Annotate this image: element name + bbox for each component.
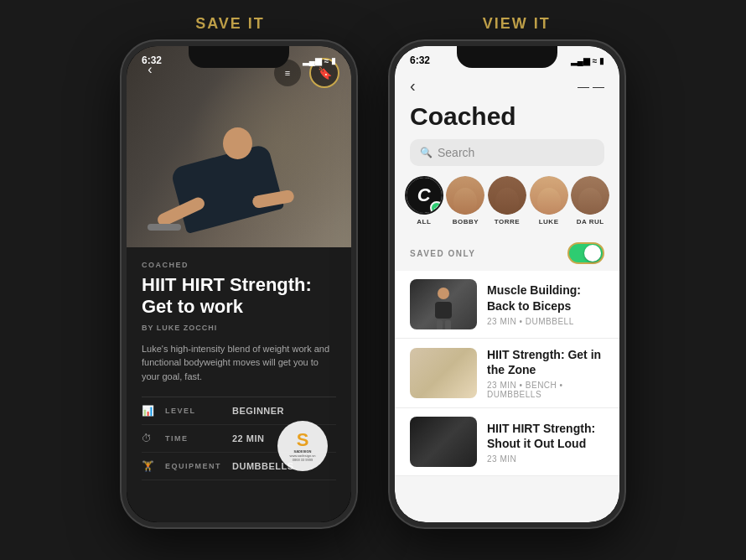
workout-list-meta-3: 23 MIN: [487, 454, 604, 464]
sadesign-watermark: S SADESIGN www.sadesign.vn 0868 33 9999: [277, 421, 328, 471]
time-value: 22 MIN: [232, 433, 264, 443]
time-label: TIME: [165, 434, 232, 443]
trainer-avatar-all: C ✓: [405, 176, 443, 215]
view-it-label: VIEW IT: [483, 15, 551, 33]
right-phone: 6:32 ▂▄▆ ≈ ▮ ‹ —— Coached 🔍 Search: [390, 41, 624, 527]
workout-list-title-2: HIIT Strength: Get in the Zone: [487, 347, 604, 377]
trainer-luke[interactable]: LUKE: [528, 176, 570, 226]
equipment-label: EQUIPMENT: [165, 462, 232, 470]
trainer-torre[interactable]: TORRE: [486, 176, 528, 226]
saved-only-toggle[interactable]: [567, 242, 604, 264]
coached-title: Coached: [395, 99, 619, 139]
workout-list-info-1: Muscle Building: Back to Biceps 23 MIN •…: [487, 283, 604, 325]
trainer-avatar-bobby: [446, 176, 484, 215]
search-bar[interactable]: 🔍 Search: [410, 139, 604, 166]
level-icon: 📊: [142, 405, 165, 417]
workout-category: COACHED: [142, 261, 336, 269]
back-button-right[interactable]: ‹: [410, 76, 416, 96]
workout-title: HIIT HIRT Strength: Get to work: [142, 274, 336, 319]
level-label: LEVEL: [165, 407, 232, 415]
workout-list-item[interactable]: HIIT HIRT Strength: Shout it Out Loud 23…: [395, 408, 619, 476]
trainer-avatar-luke: [530, 176, 568, 215]
left-phone: 6:32 ▂▄▆ ≈ ▮ ‹ ≡: [122, 41, 356, 527]
workout-description: Luke's high-intensity blend of weight wo…: [142, 342, 336, 384]
trainers-row: C ✓ ALL BOBBY: [395, 176, 619, 236]
trainer-name-torre: TORRE: [495, 218, 520, 226]
trainer-avatar-torre: [488, 176, 526, 215]
time-right: 6:32: [410, 54, 430, 66]
status-bar-right: 6:32 ▂▄▆ ≈ ▮: [395, 46, 619, 70]
trainer-bobby[interactable]: BOBBY: [445, 176, 487, 226]
search-placeholder-text: Search: [438, 146, 474, 159]
status-icons-left: ▂▄▆ ≈ ▮: [303, 56, 336, 65]
workout-list-title-3: HIIT HIRT Strength: Shout it Out Loud: [487, 421, 604, 451]
workout-list-item[interactable]: HIIT Strength: Get in the Zone 23 MIN • …: [395, 339, 619, 408]
filter-button-right[interactable]: ——: [578, 80, 604, 93]
workout-list: Muscle Building: Back to Biceps 23 MIN •…: [395, 271, 619, 476]
saved-only-row: SAVED ONLY: [395, 236, 619, 271]
status-icons-right: ▂▄▆ ≈ ▮: [571, 56, 604, 65]
trainer-name-bobby: BOBBY: [453, 218, 479, 226]
save-it-label: SAVE IT: [195, 15, 265, 33]
workout-list-item[interactable]: Muscle Building: Back to Biceps 23 MIN •…: [395, 271, 619, 339]
saved-only-label: SAVED ONLY: [410, 249, 475, 258]
workout-thumbnail-3: [410, 417, 477, 467]
time-left: 6:32: [142, 54, 162, 66]
trainer-avatar-darul: [571, 176, 609, 215]
toggle-knob: [584, 245, 601, 262]
trainer-name-luke: LUKE: [539, 218, 559, 226]
status-bar-left: 6:32 ▂▄▆ ≈ ▮: [127, 46, 351, 70]
workout-list-meta-1: 23 MIN • DUMBBELL: [487, 317, 604, 326]
workout-list-info-2: HIIT Strength: Get in the Zone 23 MIN • …: [487, 347, 604, 399]
level-value: BEGINNER: [232, 406, 284, 416]
equipment-icon: 🏋: [142, 460, 165, 472]
trainer-name-all: ALL: [417, 218, 431, 226]
trainer-darul[interactable]: DA RUL: [569, 176, 611, 226]
workout-thumbnail-1: [410, 279, 477, 329]
workout-hero: ‹ ≡ 🔖: [127, 46, 351, 247]
workout-info: COACHED HIIT HIRT Strength: Get to work …: [127, 247, 351, 494]
workout-author: BY LUKE ZOCCHI: [142, 324, 336, 332]
search-icon: 🔍: [420, 147, 433, 158]
workout-thumbnail-2: [410, 348, 477, 398]
workout-list-info-3: HIIT HIRT Strength: Shout it Out Loud 23…: [487, 421, 604, 464]
coached-header: ‹ ——: [395, 70, 619, 99]
workout-list-meta-2: 23 MIN • BENCH • DUMBBELLS: [487, 381, 604, 399]
workout-stats: 📊 LEVEL BEGINNER ⏱ TIME 22 MIN 🏋 EQUIPME…: [142, 397, 336, 480]
trainer-all[interactable]: C ✓ ALL: [403, 176, 445, 226]
workout-list-title-1: Muscle Building: Back to Biceps: [487, 283, 604, 313]
selected-checkmark: ✓: [430, 201, 443, 215]
trainer-name-darul: DA RUL: [577, 218, 604, 226]
time-icon: ⏱: [142, 433, 165, 444]
